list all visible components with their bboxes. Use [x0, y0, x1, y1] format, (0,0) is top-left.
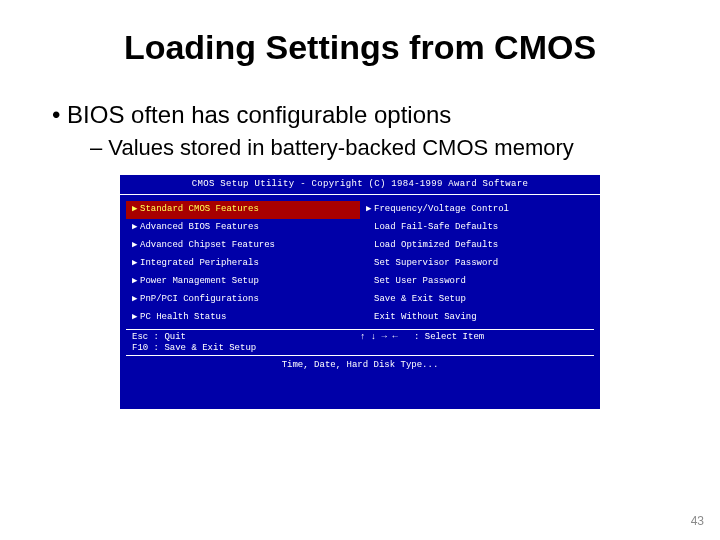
- bios-menu-label: Advanced Chipset Features: [140, 240, 275, 251]
- triangle-icon: ▶: [132, 294, 140, 305]
- bios-menu-label: Power Management Setup: [140, 276, 259, 287]
- bios-column-right: ▶Frequency/Voltage ControlLoad Fail-Safe…: [360, 201, 594, 327]
- bios-menu-label: Load Fail-Safe Defaults: [374, 222, 498, 233]
- bios-menu-label: Exit Without Saving: [374, 312, 477, 323]
- triangle-icon: ▶: [132, 276, 140, 287]
- bios-menu-item[interactable]: ▶PC Health Status: [126, 309, 360, 327]
- triangle-icon: ▶: [132, 240, 140, 251]
- sub-bullet-item: Values stored in battery-backed CMOS mem…: [90, 135, 680, 161]
- bios-footer: Time, Date, Hard Disk Type...: [126, 358, 594, 371]
- bios-menu-label: PC Health Status: [140, 312, 226, 323]
- bios-menu-item[interactable]: Exit Without Saving: [360, 309, 594, 327]
- bios-help-row: Esc : Quit F10 : Save & Exit Setup ↑ ↓ →…: [126, 332, 594, 354]
- sub-bullet-list: Values stored in battery-backed CMOS mem…: [52, 135, 680, 161]
- bios-help-left: Esc : Quit F10 : Save & Exit Setup: [132, 332, 360, 354]
- bios-menu-label: Frequency/Voltage Control: [374, 204, 509, 215]
- bullet-item: BIOS often has configurable options Valu…: [52, 101, 680, 161]
- bios-menu-item[interactable]: Load Fail-Safe Defaults: [360, 219, 594, 237]
- bios-menu-item[interactable]: Save & Exit Setup: [360, 291, 594, 309]
- bullet-text: BIOS often has configurable options: [67, 101, 451, 128]
- slide-title: Loading Settings from CMOS: [40, 28, 680, 67]
- bios-menu-label: Advanced BIOS Features: [140, 222, 259, 233]
- divider: [126, 355, 594, 356]
- bios-menu-label: PnP/PCI Configurations: [140, 294, 259, 305]
- bios-menu-item[interactable]: ▶Standard CMOS Features: [126, 201, 360, 219]
- bios-menu-label: Standard CMOS Features: [140, 204, 259, 215]
- slide: Loading Settings from CMOS BIOS often ha…: [0, 0, 720, 540]
- bios-column-left: ▶Standard CMOS Features▶Advanced BIOS Fe…: [126, 201, 360, 327]
- bios-header: CMOS Setup Utility - Copyright (C) 1984-…: [120, 178, 600, 192]
- bios-menu-item[interactable]: ▶Integrated Peripherals: [126, 255, 360, 273]
- bios-columns: ▶Standard CMOS Features▶Advanced BIOS Fe…: [126, 201, 594, 327]
- bios-menu-item[interactable]: Load Optimized Defaults: [360, 237, 594, 255]
- bios-menu-item[interactable]: Set User Password: [360, 273, 594, 291]
- bios-menu-label: Integrated Peripherals: [140, 258, 259, 269]
- bios-menu-item[interactable]: ▶Advanced BIOS Features: [126, 219, 360, 237]
- bios-menu-label: Load Optimized Defaults: [374, 240, 498, 251]
- bios-menu-item[interactable]: Set Supervisor Password: [360, 255, 594, 273]
- bullet-list: BIOS often has configurable options Valu…: [40, 101, 680, 161]
- bios-screenshot-wrap: CMOS Setup Utility - Copyright (C) 1984-…: [40, 175, 680, 409]
- bios-menu-label: Set Supervisor Password: [374, 258, 498, 269]
- triangle-icon: ▶: [132, 258, 140, 269]
- page-number: 43: [691, 514, 704, 528]
- bios-help-right: ↑ ↓ → ← : Select Item: [360, 332, 588, 354]
- triangle-icon: ▶: [132, 312, 140, 323]
- bios-screen: CMOS Setup Utility - Copyright (C) 1984-…: [120, 175, 600, 409]
- bios-body: ▶Standard CMOS Features▶Advanced BIOS Fe…: [120, 197, 600, 373]
- bios-menu-item[interactable]: ▶Power Management Setup: [126, 273, 360, 291]
- triangle-icon: ▶: [132, 222, 140, 233]
- sub-bullet-text: Values stored in battery-backed CMOS mem…: [108, 135, 573, 160]
- bios-menu-item[interactable]: ▶Advanced Chipset Features: [126, 237, 360, 255]
- divider: [120, 194, 600, 195]
- bios-menu-item[interactable]: ▶Frequency/Voltage Control: [360, 201, 594, 219]
- bios-menu-label: Set User Password: [374, 276, 466, 287]
- bios-menu-item[interactable]: ▶PnP/PCI Configurations: [126, 291, 360, 309]
- divider: [126, 329, 594, 330]
- triangle-icon: ▶: [132, 204, 140, 215]
- triangle-icon: ▶: [366, 204, 374, 215]
- bios-menu-label: Save & Exit Setup: [374, 294, 466, 305]
